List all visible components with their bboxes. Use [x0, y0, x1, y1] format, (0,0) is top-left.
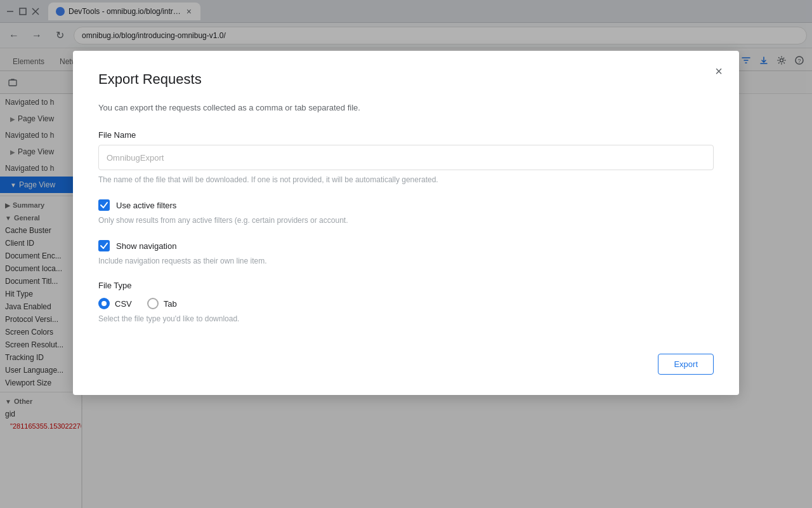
modal-close-button[interactable]: ×	[709, 61, 729, 81]
export-requests-modal: × Export Requests You can export the req…	[73, 51, 739, 395]
file-type-label: File Type	[98, 281, 714, 290]
file-name-helper: The name of the file that will be downlo…	[98, 175, 714, 184]
use-active-filters-row: Use active filters	[98, 199, 714, 211]
file-name-input[interactable]	[98, 145, 714, 170]
radio-tab-label: Tab	[164, 299, 177, 309]
modal-footer: Export	[98, 354, 714, 375]
radio-csv-label: CSV	[115, 299, 132, 309]
file-type-radio-row: CSV Tab	[98, 298, 714, 309]
modal-overlay: × Export Requests You can export the req…	[0, 0, 812, 508]
radio-tab[interactable]: Tab	[147, 298, 177, 309]
file-name-label: File Name	[98, 130, 714, 140]
export-button[interactable]: Export	[658, 354, 714, 375]
file-type-helper: Select the file type you'd like to downl…	[98, 314, 714, 323]
use-active-filters-checkbox[interactable]	[98, 199, 110, 211]
show-navigation-label: Show navigation	[116, 241, 176, 251]
use-active-filters-helper: Only show results from any active filter…	[98, 216, 714, 225]
use-active-filters-label: Use active filters	[116, 201, 176, 210]
show-navigation-row: Show navigation	[98, 240, 714, 251]
show-navigation-checkbox[interactable]	[98, 240, 110, 251]
modal-title: Export Requests	[98, 71, 714, 88]
radio-tab-button[interactable]	[147, 298, 159, 309]
show-navigation-helper: Include navigation requests as their own…	[98, 257, 714, 265]
radio-csv-button[interactable]	[98, 298, 110, 309]
radio-csv[interactable]: CSV	[98, 298, 132, 309]
modal-description: You can export the requests collected as…	[98, 103, 714, 112]
radio-csv-inner	[102, 301, 107, 306]
